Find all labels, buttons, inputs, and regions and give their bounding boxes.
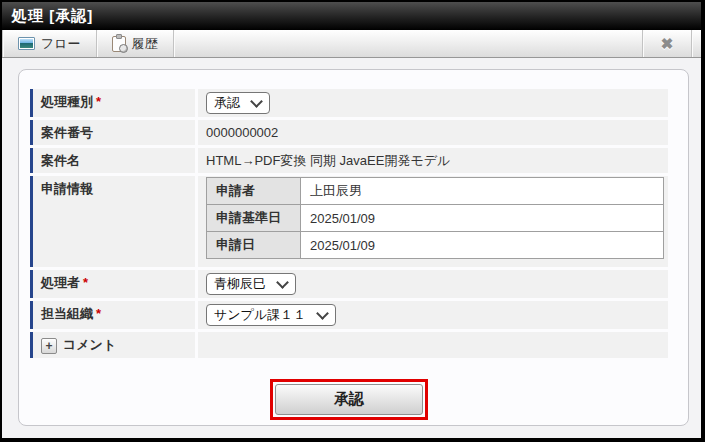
form-row-organization: 担当組織* サンプル課１１ [30, 301, 668, 329]
organization-label: 担当組織* [30, 301, 195, 329]
chevron-down-icon [276, 276, 289, 289]
form-row-case-number: 案件番号 0000000002 [30, 120, 668, 145]
approve-highlight-box: 承認 [270, 379, 428, 420]
close-icon: ✖ [661, 35, 674, 53]
base-date-header: 申請基準日 [207, 205, 301, 232]
form-row-processor: 処理者* 青柳辰巳 [30, 270, 668, 298]
flow-button[interactable]: フロー [3, 30, 96, 57]
case-number-label: 案件番号 [30, 120, 195, 145]
comment-expand-button[interactable]: + [41, 338, 57, 354]
case-number-value: 0000000002 [198, 120, 668, 145]
applicant-value: 上田辰男 [301, 178, 664, 205]
comment-label-cell: + コメント [30, 332, 195, 358]
base-date-value: 2025/01/09 [301, 205, 664, 232]
organization-select[interactable]: サンプル課１１ [206, 304, 336, 326]
required-asterisk: * [96, 306, 101, 322]
processor-select[interactable]: 青柳辰巳 [206, 273, 296, 295]
processor-cell: 青柳辰巳 [198, 270, 668, 298]
approve-button[interactable]: 承認 [275, 384, 423, 415]
title-bar: 処理 [承認] [2, 2, 701, 30]
toolbar: フロー 履歴 ✖ [2, 30, 701, 58]
history-button-label: 履歴 [132, 35, 158, 53]
application-info-label: 申請情報 [30, 176, 195, 267]
form-row-application-info: 申請情報 申請者 上田辰男 申請基準日 2025/01/09 申請日 2025/… [30, 176, 668, 267]
processor-selected-value: 青柳辰巳 [214, 275, 266, 293]
process-type-select[interactable]: 承認 [206, 92, 270, 114]
flow-button-label: フロー [41, 35, 81, 53]
flow-diagram-icon [18, 37, 35, 50]
application-info-cell: 申請者 上田辰男 申請基準日 2025/01/09 申請日 2025/01/09 [198, 176, 668, 267]
form-row-case-name: 案件名 HTML→PDF変換 同期 JavaEE開発モデル [30, 148, 668, 173]
required-asterisk: * [96, 94, 101, 110]
toolbar-spacer [174, 30, 642, 57]
close-button[interactable]: ✖ [643, 30, 691, 57]
case-name-value: HTML→PDF変換 同期 JavaEE開発モデル [198, 148, 668, 173]
required-asterisk: * [83, 275, 88, 291]
history-clipboard-icon [112, 36, 126, 52]
organization-selected-value: サンプル課１１ [214, 306, 306, 324]
comment-cell [198, 332, 668, 358]
approval-window: { "titlebar": { "title": "処理 [承認]" }, "t… [0, 0, 705, 442]
apply-date-value: 2025/01/09 [301, 232, 664, 259]
processor-label: 処理者* [30, 270, 195, 298]
table-row-base-date: 申請基準日 2025/01/09 [207, 205, 664, 232]
process-type-cell: 承認 [198, 89, 668, 117]
form-row-comment: + コメント [30, 332, 668, 358]
process-type-selected-value: 承認 [214, 94, 240, 112]
table-row-apply-date: 申請日 2025/01/09 [207, 232, 664, 259]
page-title: 処理 [承認] [12, 7, 93, 26]
toolbar-tail [692, 30, 701, 57]
plus-icon: + [45, 340, 52, 352]
chevron-down-icon [250, 95, 263, 108]
organization-cell: サンプル課１１ [198, 301, 668, 329]
applicant-header: 申請者 [207, 178, 301, 205]
apply-date-header: 申請日 [207, 232, 301, 259]
case-name-label: 案件名 [30, 148, 195, 173]
form-row-process-type: 処理種別* 承認 [30, 89, 668, 117]
action-area: 承認 [30, 379, 668, 420]
table-row-applicant: 申請者 上田辰男 [207, 178, 664, 205]
comment-label: コメント [63, 337, 116, 353]
process-type-label: 処理種別* [30, 89, 195, 117]
history-button[interactable]: 履歴 [97, 30, 173, 57]
application-info-table: 申請者 上田辰男 申請基準日 2025/01/09 申請日 2025/01/09 [206, 177, 664, 259]
content-panel: 処理種別* 承認 案件番号 0000000002 案件名 HTML→PDF変換 … [18, 69, 689, 426]
chevron-down-icon [316, 307, 329, 320]
